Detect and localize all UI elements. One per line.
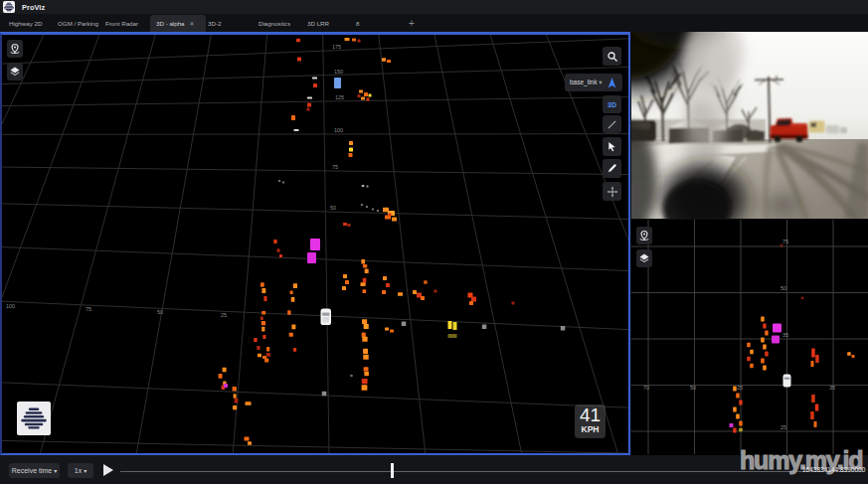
svg-text:75: 75 [86,306,91,312]
svg-text:50: 50 [781,285,786,291]
svg-text:25: 25 [737,385,743,391]
svg-text:25: 25 [221,312,227,318]
svg-text:150: 150 [334,69,343,75]
svg-text:50: 50 [690,385,696,391]
svg-text:35: 35 [782,332,788,338]
svg-text:70: 70 [643,385,649,391]
svg-text:35: 35 [829,385,835,391]
svg-text:50: 50 [157,309,163,315]
svg-text:175: 175 [332,44,341,50]
svg-text:100: 100 [6,303,15,309]
svg-text:75: 75 [782,239,788,244]
svg-text:75: 75 [332,164,338,170]
svg-text:100: 100 [334,127,343,133]
svg-text:50: 50 [330,205,336,211]
svg-text:25: 25 [781,424,786,430]
svg-text:125: 125 [335,94,344,100]
